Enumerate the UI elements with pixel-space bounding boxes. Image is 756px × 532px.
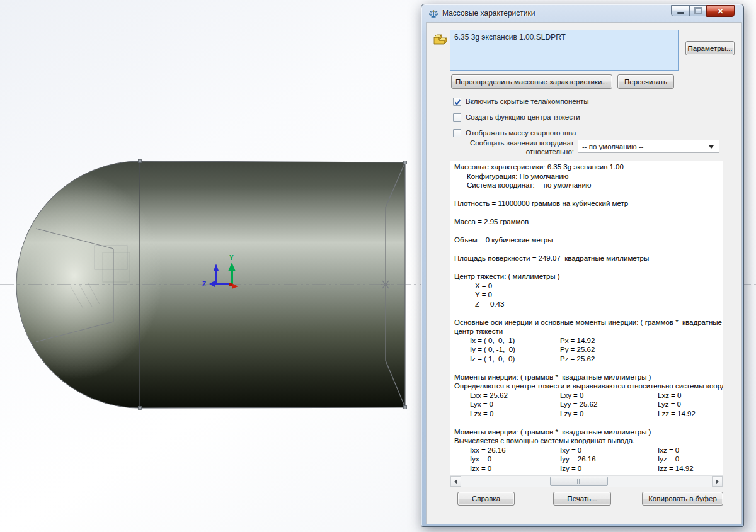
minimize-icon bbox=[677, 12, 684, 14]
coordinate-system-dropdown[interactable]: -- по умолчанию -- bbox=[578, 140, 719, 153]
check-icon bbox=[454, 98, 462, 106]
mass-properties-dialog: Массовые характеристики ✕ 6.35 3g экспан… bbox=[421, 4, 744, 527]
document-list[interactable]: 6.35 3g экспансив 1.00.SLDPRT bbox=[450, 30, 679, 71]
document-name: 6.35 3g экспансив 1.00.SLDPRT bbox=[454, 33, 566, 42]
override-mass-properties-button[interactable]: Переопределить массовые характеристики..… bbox=[451, 74, 612, 89]
close-icon: ✕ bbox=[717, 8, 723, 15]
scrollbar-grip bbox=[577, 479, 578, 484]
chevron-down-icon bbox=[709, 145, 714, 149]
minimize-button[interactable] bbox=[671, 5, 690, 16]
print-button[interactable]: Печать... bbox=[553, 492, 611, 506]
checkbox-include-hidden-bodies[interactable]: Включить скрытые тела/компоненты bbox=[453, 97, 589, 106]
mass-properties-report[interactable]: Массовые характеристики: 6.35 3g экспанс… bbox=[450, 161, 723, 487]
parameters-button[interactable]: Параметры... bbox=[685, 41, 735, 55]
mass-properties-scales-icon bbox=[428, 9, 438, 19]
arrow-right-icon bbox=[716, 479, 719, 484]
checkbox-box-unchecked[interactable] bbox=[453, 129, 461, 137]
maximize-icon bbox=[694, 7, 702, 14]
scroll-right-button[interactable] bbox=[712, 476, 723, 487]
checkbox-show-weld-mass[interactable]: Отображать массу сварного шва bbox=[453, 128, 576, 137]
maximize-button[interactable] bbox=[689, 5, 707, 16]
copy-to-clipboard-button[interactable]: Копировать в буфер bbox=[642, 492, 723, 506]
report-text: Массовые характеристики: 6.35 3g экспанс… bbox=[450, 162, 723, 473]
dialog-titlebar[interactable]: Массовые характеристики ✕ bbox=[421, 4, 743, 22]
axis-y-label: Y bbox=[229, 254, 234, 261]
horizontal-scrollbar[interactable] bbox=[450, 475, 723, 487]
close-button[interactable]: ✕ bbox=[706, 5, 735, 17]
scroll-left-button[interactable] bbox=[450, 476, 461, 487]
recalculate-button[interactable]: Пересчитать bbox=[617, 74, 674, 89]
checkbox-create-cg-feature[interactable]: Создать функцию центра тяжести bbox=[453, 113, 580, 122]
checkbox-box-checked[interactable] bbox=[453, 98, 461, 106]
scrollbar-thumb[interactable] bbox=[550, 477, 608, 486]
part-document-icon bbox=[432, 31, 448, 46]
axis-z-label: Z bbox=[202, 281, 206, 288]
report-coordinates-label: Сообщать значения координат относительно… bbox=[462, 139, 574, 156]
help-button[interactable]: Справка bbox=[457, 492, 515, 506]
dialog-client-area: 6.35 3g экспансив 1.00.SLDPRT Параметры.… bbox=[426, 22, 742, 524]
arrow-left-icon bbox=[454, 479, 457, 484]
checkbox-box-unchecked[interactable] bbox=[453, 113, 461, 122]
dialog-title: Массовые характеристики bbox=[442, 9, 535, 18]
